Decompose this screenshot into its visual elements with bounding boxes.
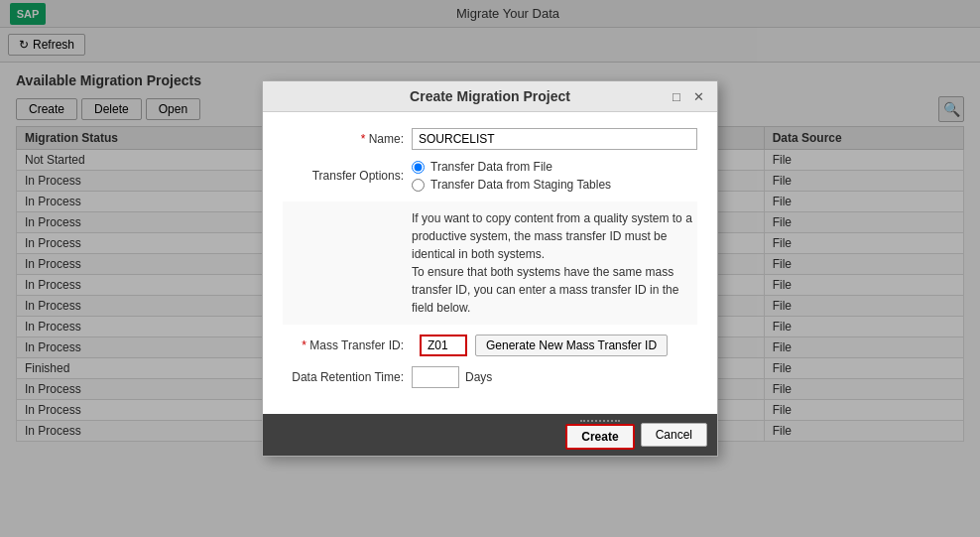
transfer-options-group: Transfer Data from File Transfer Data fr… — [412, 160, 611, 192]
days-label: Days — [465, 370, 492, 384]
transfer-options-label: Transfer Options: — [283, 169, 412, 183]
data-retention-input[interactable] — [412, 366, 459, 388]
name-label: Name: — [283, 132, 412, 146]
mass-transfer-row: Mass Transfer ID: Generate New Mass Tran… — [283, 335, 697, 356]
modal-body: Name: Transfer Options: Transfer Data fr… — [263, 112, 717, 414]
dotted-border — [580, 420, 620, 422]
data-retention-label: Data Retention Time: — [283, 370, 412, 384]
name-row: Name: — [283, 128, 697, 150]
modal-title: Create Migration Project — [312, 88, 668, 104]
radio-option-staging[interactable]: Transfer Data from Staging Tables — [412, 178, 611, 192]
modal-minimize-button[interactable]: □ — [668, 87, 685, 105]
mass-transfer-input[interactable] — [420, 335, 467, 356]
radio-file-label: Transfer Data from File — [430, 160, 552, 174]
modal-title-bar: Create Migration Project □ ✕ — [263, 81, 717, 112]
radio-staging[interactable] — [412, 179, 425, 192]
data-retention-row: Data Retention Time: Days — [283, 366, 697, 388]
modal-cancel-button[interactable]: Cancel — [641, 423, 707, 447]
radio-file[interactable] — [412, 161, 425, 174]
radio-staging-label: Transfer Data from Staging Tables — [430, 178, 611, 192]
modal-create-button[interactable]: Create — [565, 424, 634, 450]
create-migration-modal: Create Migration Project □ ✕ Name: Trans… — [262, 80, 718, 452]
mass-transfer-label: Mass Transfer ID: — [283, 338, 412, 352]
modal-close-button[interactable]: ✕ — [689, 87, 707, 105]
modal-title-icons: □ ✕ — [668, 87, 707, 105]
radio-option-file[interactable]: Transfer Data from File — [412, 160, 611, 174]
transfer-options-row: Transfer Options: Transfer Data from Fil… — [283, 160, 697, 192]
modal-overlay: Create Migration Project □ ✕ Name: Trans… — [0, 0, 980, 452]
name-input[interactable] — [412, 128, 697, 150]
generate-button[interactable]: Generate New Mass Transfer ID — [475, 335, 668, 356]
info-box: If you want to copy content from a quali… — [283, 201, 697, 325]
modal-footer: Create Cancel — [263, 414, 717, 452]
